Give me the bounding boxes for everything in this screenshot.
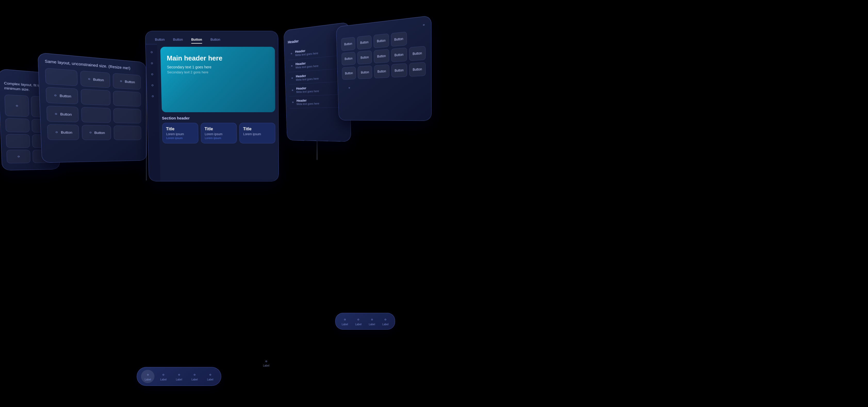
card5-btn-6[interactable]: Button [341, 52, 355, 65]
mini-cards-row: Title Lorem ipsum Lorem ipsum Title Lore… [162, 123, 275, 144]
mini-card-1-desc1: Lorem ipsum [166, 132, 194, 136]
card5-btn-15[interactable]: Button [409, 62, 426, 76]
btn-label-r4c1: Button [61, 130, 72, 134]
btn-icon-5: ⚬ [54, 129, 59, 135]
btn-r4c1[interactable]: ⚬ Button [47, 124, 79, 140]
btn-r2c1[interactable]: ⚬ Button [45, 87, 78, 104]
list-icon-2: ⚬ [290, 63, 293, 69]
nav-sm-icon-1: ⚬ [343, 317, 347, 322]
list-item-2-text: Header Meta text goes here [296, 60, 319, 69]
nav-sm-label-3: Label [369, 323, 375, 326]
nav-icon-3: ⚬ [177, 372, 181, 378]
mini-card-1[interactable]: Title Lorem ipsum Lorem ipsum [162, 123, 198, 144]
nav-icon-1: ⚬ [146, 372, 150, 378]
card5-btn-4[interactable]: Button [391, 32, 407, 47]
tab-button-1[interactable]: Button [151, 35, 169, 43]
sidebar-avatar-1[interactable]: ⚬ [149, 49, 154, 56]
card5-avatar-top: ⚬ [422, 22, 426, 28]
nav-item-1[interactable]: ⚬ Label [141, 370, 154, 383]
mini-card-2-desc1: Lorem ipsum [205, 132, 233, 136]
btn-icon-3: ⚬ [53, 92, 58, 98]
cell-7[interactable]: ⚬ [6, 150, 30, 163]
card5-btn-14[interactable]: Button [391, 63, 407, 77]
nav-label-4: Label [191, 378, 197, 381]
nav-sm-item-4[interactable]: ⚬ Label [379, 315, 392, 327]
nav-sm-item-2[interactable]: ⚬ Label [352, 315, 364, 327]
btn-r3c1[interactable]: ⚬ Button [46, 106, 79, 122]
main-content: Main header here Secondary text 1 goes h… [157, 43, 279, 180]
nav-sm-item-1[interactable]: ⚬ Label [339, 315, 351, 327]
hero-title: Main header here [166, 54, 269, 62]
btn-icon-1: ⚬ [87, 76, 92, 82]
mini-card-1-title: Title [166, 127, 194, 131]
card5-btn-5 [409, 30, 426, 45]
sidebar-avatar-4[interactable]: ⚬ [150, 82, 155, 89]
nav-item-3[interactable]: ⚬ Label [172, 370, 186, 383]
btn-label-r2c1: Button [60, 94, 71, 98]
mini-card-2-desc2: Lorem ipsum [205, 136, 233, 139]
nav-sm-icon-3: ⚬ [370, 317, 374, 322]
avatar-icon-5: ⚬ [16, 154, 21, 159]
nav-item-2[interactable]: ⚬ Label [157, 370, 170, 383]
list-icon-3: ⚬ [290, 75, 294, 81]
card5-btn-3[interactable]: Button [373, 34, 389, 48]
tab-button-2[interactable]: Button [169, 35, 187, 43]
nav-sm-label-1: Label [342, 323, 348, 326]
btn-icon-2: ⚬ [119, 78, 123, 84]
list-item-1-text: Header Meta text goes here [295, 48, 318, 57]
card5-btn-1[interactable]: Button [341, 37, 355, 51]
card5-btn-9[interactable]: Button [391, 48, 407, 62]
list-item-5-text: Header Meta text goes here [297, 98, 319, 105]
card5-btn-12[interactable]: Button [358, 65, 372, 79]
list-item-4-text: Header Meta text goes here [296, 86, 319, 94]
nav-icon-5: ⚬ [208, 372, 212, 378]
card5-empty: ⚬ [342, 81, 356, 94]
card5-btn-2[interactable]: Button [357, 35, 372, 50]
cell-r3c3 [114, 108, 141, 123]
tab-button-4[interactable]: Button [206, 35, 225, 43]
nav-item-4[interactable]: ⚬ Label [188, 370, 201, 383]
btn-label-r4c2: Button [94, 131, 105, 135]
list-item-4-meta: Meta text goes here [296, 90, 319, 94]
mini-card-2[interactable]: Title Lorem ipsum Lorem ipsum [200, 123, 237, 144]
list-icon-5: ⚬ [291, 100, 294, 105]
cell-1[interactable]: ⚬ [4, 95, 29, 117]
card5-avatar-bottom: ⚬ [348, 85, 351, 90]
btn-icon-6: ⚬ [88, 130, 93, 135]
list-item-5-meta: Meta text goes here [297, 102, 319, 105]
btn-r4c2[interactable]: ⚬ Button [82, 125, 111, 140]
cell-r2c2 [81, 89, 111, 105]
scene: ⚬ Complex layout, fit to minimum size. ⚬… [0, 0, 868, 407]
nav-label-1: Label [145, 378, 151, 381]
nav-label-3: Label [176, 378, 182, 381]
mini-card-3[interactable]: Title Lorem ipsum [239, 123, 275, 144]
btn-r1c3[interactable]: ⚬ Button [113, 73, 141, 90]
list-icon-4: ⚬ [291, 88, 294, 93]
nav-icon-2: ⚬ [161, 372, 165, 378]
cell-r3c2 [81, 107, 111, 123]
nav-label-2: Label [160, 378, 166, 381]
card5-btn-7[interactable]: Button [357, 51, 372, 64]
navbar-right-solo: ⚬ Label [263, 358, 269, 367]
card5-btn-8[interactable]: Button [374, 49, 389, 63]
hero-secondary1: Secondary text 1 goes here [167, 65, 269, 69]
tab-button-3[interactable]: Button [187, 35, 206, 43]
card5-btn-11[interactable]: Button [342, 67, 356, 80]
nav-label-5: Label [207, 378, 213, 381]
mini-card-1-desc2: Lorem ipsum [166, 136, 195, 139]
nav-sm-item-3[interactable]: ⚬ Label [366, 315, 378, 327]
list-item-5[interactable]: ⚬ Header Meta text goes here [289, 94, 346, 108]
sidebar-avatar-2[interactable]: ⚬ [150, 60, 154, 67]
card5-btn-13[interactable]: Button [374, 64, 390, 79]
nav-sm-label-2: Label [355, 323, 361, 326]
nav-item-5[interactable]: ⚬ Label [204, 370, 217, 383]
list-icon-1: ⚬ [290, 51, 293, 56]
cell-r1c1 [45, 68, 78, 86]
sidebar-avatar-5[interactable]: ⚬ [150, 93, 155, 99]
hero-banner: Main header here Secondary text 1 goes h… [160, 47, 275, 112]
sidebar-avatar-3[interactable]: ⚬ [150, 71, 154, 77]
card5-btn-10[interactable]: Button [409, 46, 426, 61]
tabs-bar: Button Button Button Button [145, 31, 278, 43]
btn-r1c2[interactable]: ⚬ Button [80, 71, 111, 88]
navbar-small: ⚬ Label ⚬ Label ⚬ Label ⚬ Label [335, 313, 395, 330]
